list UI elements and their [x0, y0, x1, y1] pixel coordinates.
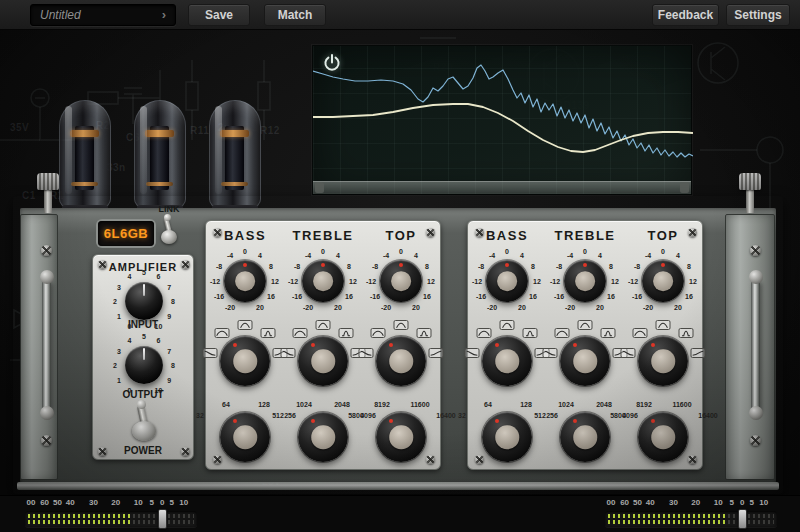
- eq-band-treble: TREBLE-20-16-12-8-4048121620512102420484…: [546, 221, 624, 469]
- top-shape-knob[interactable]: [376, 336, 426, 386]
- knob-scale-label: 8: [687, 263, 691, 270]
- settings-button[interactable]: Settings: [726, 4, 790, 26]
- knob-scale-label: 20: [596, 303, 604, 310]
- input-knob[interactable]: [125, 282, 163, 320]
- link-toggle-switch[interactable]: [159, 214, 179, 248]
- knob-cap: [391, 271, 411, 291]
- knob-scale-label: 128: [520, 401, 532, 408]
- knob-scale-label: 20: [334, 303, 342, 310]
- shape-knob-group: [280, 315, 366, 397]
- knob-cap: [389, 425, 413, 449]
- low-shelf-icon: [202, 348, 217, 358]
- knob-scale-label: 32: [196, 412, 204, 419]
- meter-fader-track[interactable]: [605, 511, 777, 527]
- knob-scale-label: 16: [267, 293, 275, 300]
- tube-type-display[interactable]: 6L6GB: [98, 221, 154, 246]
- knob-scale-label: 3: [117, 347, 121, 354]
- screw: [41, 245, 52, 256]
- rack-thumbscrew-right: [739, 173, 761, 213]
- knob-indicator-dot: [651, 343, 655, 347]
- band-label: TREBLE: [555, 228, 616, 243]
- treble-shape-knob[interactable]: [298, 336, 348, 386]
- treble-gain-knob[interactable]: [302, 260, 344, 302]
- knob-scale-label: -16: [476, 293, 486, 300]
- treble-freq-knob[interactable]: [298, 412, 348, 462]
- top-gain-knob[interactable]: [380, 260, 422, 302]
- rack-handle-right: [751, 280, 760, 412]
- top-toolbar: Untitled › Save Match Feedback Settings: [0, 0, 800, 30]
- low-shelf-icon: [358, 348, 373, 358]
- match-button[interactable]: Match: [264, 4, 326, 26]
- knob-scale-label: 8: [171, 298, 175, 305]
- analyzer-power-button[interactable]: [321, 53, 343, 75]
- knob-scale-label: -16: [370, 293, 380, 300]
- knob-scale-label: 8: [531, 263, 535, 270]
- knob-scale-label: -20: [487, 303, 497, 310]
- preset-selector[interactable]: Untitled ›: [30, 4, 176, 26]
- bass-shape-knob[interactable]: [220, 336, 270, 386]
- knob-indicator-dot: [243, 263, 247, 267]
- knob-scale-label: -8: [556, 263, 562, 270]
- screw: [426, 228, 435, 237]
- power-toggle-switch[interactable]: [128, 403, 160, 443]
- knob-scale-label: 3: [117, 283, 121, 290]
- knob-scale-label: 12: [689, 278, 697, 285]
- bell-narrow-icon: [417, 328, 432, 338]
- top-gain-knob[interactable]: [642, 260, 684, 302]
- bell-wide-icon: [632, 328, 647, 338]
- meter-scale-label: 0: [160, 498, 164, 507]
- schematic-label: R12: [260, 125, 280, 136]
- bass-gain-knob[interactable]: [224, 260, 266, 302]
- feedback-button[interactable]: Feedback: [652, 4, 719, 26]
- top-freq-knob[interactable]: [638, 412, 688, 462]
- shape-knob-group: [620, 315, 706, 397]
- meter-fader-track[interactable]: [25, 511, 197, 527]
- freq-knob-group: 580081921160016400: [353, 397, 449, 469]
- knob-cap: [575, 271, 595, 291]
- knob-indicator-dot: [505, 263, 509, 267]
- knob-indicator-dot: [573, 343, 577, 347]
- knob-scale-label: 64: [222, 401, 230, 408]
- bass-freq-knob[interactable]: [482, 412, 532, 462]
- shape-knob-group: [464, 315, 550, 397]
- knob-scale-label: -16: [632, 293, 642, 300]
- knob-scale-label: 12: [533, 278, 541, 285]
- high-shelf-icon: [691, 348, 706, 358]
- bell-icon: [394, 320, 409, 330]
- screw: [475, 228, 484, 237]
- bass-shape-knob[interactable]: [482, 336, 532, 386]
- low-shelf-icon: [542, 348, 557, 358]
- bass-gain-knob[interactable]: [486, 260, 528, 302]
- gain-knob-group: -20-16-12-8-4048121620: [543, 243, 627, 315]
- freq-knob-group: 580081921160016400: [615, 397, 711, 469]
- analyzer-base-strip: [313, 181, 691, 194]
- screw: [213, 228, 222, 237]
- knob-cap: [233, 425, 257, 449]
- preset-expand-chevron-icon[interactable]: ›: [162, 5, 166, 25]
- bell-wide-icon: [476, 328, 491, 338]
- treble-gain-knob[interactable]: [564, 260, 606, 302]
- knob-scale-label: 1: [117, 376, 121, 383]
- save-button[interactable]: Save: [188, 4, 250, 26]
- treble-shape-knob[interactable]: [560, 336, 610, 386]
- meter-scale-label: 40: [66, 498, 75, 507]
- band-label: BASS: [486, 228, 528, 243]
- knob-scale-label: -20: [303, 303, 313, 310]
- top-shape-knob[interactable]: [638, 336, 688, 386]
- meter-scale-label: 5: [150, 498, 154, 507]
- meter-fader-handle[interactable]: [738, 509, 747, 529]
- bass-freq-knob[interactable]: [220, 412, 270, 462]
- top-freq-knob[interactable]: [376, 412, 426, 462]
- knob-scale-label: -4: [567, 252, 573, 259]
- bell-narrow-icon: [339, 328, 354, 338]
- knob-scale-label: 4: [128, 272, 132, 279]
- meter-bar: 0060504030201050510 0060504030201050510: [0, 495, 800, 532]
- bell-wide-icon: [214, 328, 229, 338]
- knob-scale-label: -12: [628, 278, 638, 285]
- knob-scale-label: 5800: [348, 412, 364, 419]
- output-knob[interactable]: [125, 346, 163, 384]
- treble-freq-knob[interactable]: [560, 412, 610, 462]
- eq-band-bass: BASS-20-16-12-8-40481216203264128256: [468, 221, 546, 469]
- meter-fader-handle[interactable]: [158, 509, 167, 529]
- analyzer-display: [312, 45, 692, 195]
